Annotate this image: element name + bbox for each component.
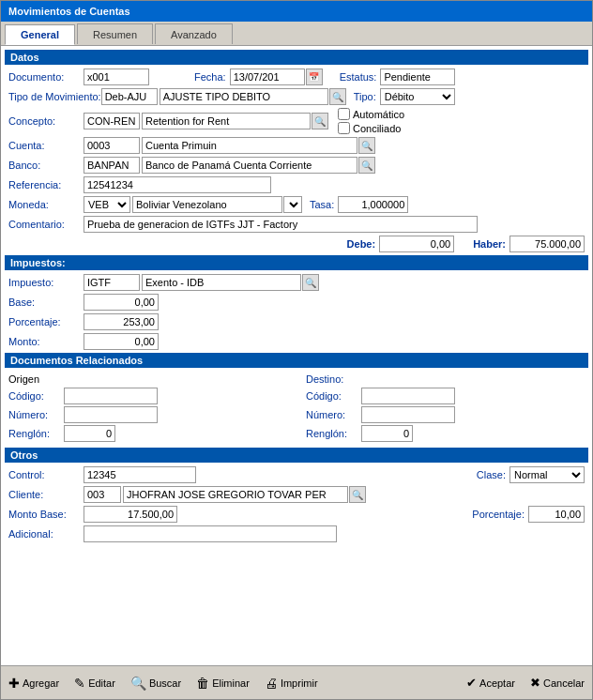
documento-label: Documento:	[8, 71, 84, 83]
concepto-desc-input[interactable]	[142, 113, 311, 129]
renglon-orig-input[interactable]	[64, 425, 115, 442]
porcentaje-label: Porcentaje:	[8, 316, 84, 327]
fecha-label: Fecha:	[194, 71, 226, 83]
calendar-button[interactable]: 📅	[306, 68, 323, 85]
renglon-dest-label: Renglón:	[306, 428, 357, 439]
debe-haber-row: Debe: Haber:	[5, 236, 588, 252]
conciliado-checkbox-row: Conciliado	[338, 122, 404, 134]
automatico-checkbox-row: Automático	[338, 108, 404, 120]
footer-toolbar: ✚ Agregar ✎ Editar 🔍 Buscar 🗑 Eliminar 🖨…	[1, 665, 592, 699]
eliminar-icon: 🗑	[196, 676, 209, 691]
cliente-label: Cliente:	[8, 489, 84, 500]
origen-title: Origen	[8, 373, 287, 385]
aceptar-icon: ✔	[466, 676, 477, 690]
destino-title: Destino:	[306, 373, 585, 385]
cancelar-button[interactable]: ✖ Cancelar	[530, 676, 585, 690]
title-bar: Movimientos de Cuentas	[1, 1, 592, 22]
renglon-dest-row: Renglón:	[306, 425, 585, 442]
banco-row: Banco: 🔍	[5, 157, 588, 174]
codigo-dest-input[interactable]	[361, 388, 455, 404]
origen-col: Origen Código: Número: Renglón:	[8, 373, 287, 444]
editar-icon: ✎	[74, 676, 85, 691]
impuesto-search-button[interactable]: 🔍	[302, 274, 319, 291]
numero-orig-input[interactable]	[64, 406, 158, 423]
concepto-search-button[interactable]: 🔍	[312, 113, 328, 129]
haber-input[interactable]	[509, 236, 585, 252]
impuesto-desc-input[interactable]	[142, 274, 301, 291]
section-documentos: Documentos Relacionados	[5, 353, 588, 368]
moneda-code-select[interactable]: VEB	[84, 196, 130, 213]
tipo-movimiento-search-button[interactable]: 🔍	[329, 88, 346, 105]
control-label: Control:	[8, 469, 84, 480]
imprimir-icon: 🖨	[265, 676, 278, 691]
concepto-row: Concepto: 🔍 Automático Conciliado	[5, 108, 588, 134]
eliminar-button[interactable]: 🗑 Eliminar	[196, 676, 250, 691]
control-input[interactable]	[84, 466, 196, 483]
documento-input[interactable]	[84, 68, 149, 85]
comentario-label: Comentario:	[8, 219, 84, 230]
fecha-input[interactable]	[230, 68, 305, 85]
referencia-input[interactable]	[84, 176, 271, 193]
monto-base-row: Monto Base: Porcentaje:	[5, 506, 588, 523]
aceptar-button[interactable]: ✔ Aceptar	[466, 676, 515, 690]
numero-orig-row: Número:	[8, 406, 287, 423]
agregar-icon: ✚	[8, 676, 20, 691]
concepto-code-input[interactable]	[84, 113, 140, 129]
codigo-dest-label: Código:	[306, 390, 357, 402]
renglon-dest-input[interactable]	[361, 425, 413, 442]
codigo-orig-input[interactable]	[64, 388, 158, 404]
banco-code-input[interactable]	[84, 157, 140, 174]
estatus-input[interactable]	[380, 68, 455, 85]
impuesto-code-input[interactable]	[84, 274, 140, 291]
porcentaje-input[interactable]	[84, 313, 159, 330]
numero-dest-label: Número:	[306, 409, 357, 420]
tab-general[interactable]: General	[5, 24, 75, 45]
conciliado-checkbox[interactable]	[338, 122, 350, 134]
tipo-movimiento-desc-input[interactable]	[160, 88, 328, 105]
tipo-movimiento-label: Tipo de Movimiento:	[8, 91, 101, 102]
tab-resumen[interactable]: Resumen	[77, 23, 153, 44]
automatico-checkbox[interactable]	[338, 108, 350, 120]
documento-row: Documento: Fecha: 📅 Estatus:	[5, 68, 588, 85]
porcentaje2-label: Porcentaje:	[472, 509, 525, 520]
adicional-input[interactable]	[84, 525, 337, 542]
renglon-orig-label: Renglón:	[8, 428, 60, 439]
cliente-desc-input[interactable]	[123, 486, 348, 503]
imprimir-button[interactable]: 🖨 Imprimir	[265, 676, 318, 691]
section-otros: Otros	[5, 448, 588, 463]
control-row: Control: Clase: Normal Otro	[5, 466, 588, 483]
clase-select[interactable]: Normal Otro	[509, 466, 585, 483]
monto-input[interactable]	[84, 333, 159, 350]
porcentaje2-input[interactable]	[528, 506, 585, 523]
buscar-button[interactable]: 🔍 Buscar	[130, 676, 181, 691]
banco-search-button[interactable]: 🔍	[358, 157, 375, 174]
comentario-input[interactable]	[84, 216, 478, 233]
adicional-row: Adicional:	[5, 525, 588, 542]
tasa-input[interactable]	[338, 196, 408, 213]
base-input[interactable]	[84, 294, 159, 311]
tab-avanzado[interactable]: Avanzado	[155, 23, 233, 44]
estatus-label: Estatus:	[340, 71, 377, 83]
editar-button[interactable]: ✎ Editar	[74, 676, 115, 691]
cliente-code-input[interactable]	[84, 486, 121, 503]
banco-label: Banco:	[8, 160, 84, 171]
moneda-extra-select[interactable]	[283, 196, 302, 213]
moneda-desc-input[interactable]	[132, 196, 282, 213]
cuenta-desc-input[interactable]	[142, 137, 357, 154]
cliente-search-button[interactable]: 🔍	[349, 486, 366, 503]
numero-dest-input[interactable]	[361, 406, 455, 423]
debe-input[interactable]	[379, 236, 454, 252]
monto-base-input[interactable]	[84, 506, 177, 523]
referencia-row: Referencia:	[5, 176, 588, 193]
cliente-row: Cliente: 🔍	[5, 486, 588, 503]
moneda-row: Moneda: VEB Tasa:	[5, 196, 588, 213]
tipo-movimiento-code-input[interactable]	[101, 88, 158, 105]
agregar-button[interactable]: ✚ Agregar	[8, 676, 59, 691]
banco-desc-input[interactable]	[142, 157, 357, 174]
tipo-label: Tipo:	[354, 91, 376, 102]
cancelar-icon: ✖	[530, 676, 540, 690]
tipo-select[interactable]: Débito Crédito	[380, 88, 455, 105]
cuenta-search-button[interactable]: 🔍	[358, 137, 375, 154]
cuenta-code-input[interactable]	[84, 137, 140, 154]
main-content: Datos Documento: Fecha: 📅 Estatus: Tipo …	[1, 46, 592, 665]
